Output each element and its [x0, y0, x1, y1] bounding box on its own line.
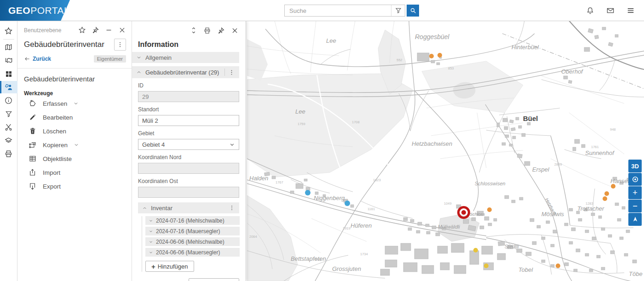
marker-orange: [556, 264, 560, 268]
panel-close-button[interactable]: [118, 26, 126, 34]
rail-layers-button[interactable]: [0, 134, 17, 147]
pencil-icon: [29, 113, 37, 121]
back-link[interactable]: Zurück: [24, 56, 51, 62]
export-icon: [29, 182, 37, 190]
place-label: Müliwäldli: [438, 224, 460, 229]
rail-feature-editor-button[interactable]: [0, 81, 17, 93]
place-label: Oberhof: [561, 68, 583, 75]
tool-label: Kopieren: [43, 142, 68, 149]
section-allgemein[interactable]: Allgemein: [132, 52, 239, 63]
svg-text:1708: 1708: [352, 120, 360, 124]
section-inventar[interactable]: Inventar: [138, 202, 239, 213]
standort-field[interactable]: [138, 115, 239, 126]
print-icon: [203, 27, 211, 34]
chevron-down-icon: [73, 101, 79, 106]
rail-info-button[interactable]: [0, 94, 17, 107]
fit-height-button[interactable]: [190, 27, 197, 34]
tool-label: Löschen: [43, 128, 66, 135]
main-menu-button[interactable]: [625, 5, 636, 16]
map-controls: 3D + −: [628, 160, 642, 226]
gebiet-select[interactable]: Gebiet 4: [138, 139, 239, 150]
info-pin-button[interactable]: [217, 27, 225, 34]
place-label: Lee: [295, 108, 305, 115]
panel-pin-button[interactable]: [92, 26, 99, 34]
map-area: 552 853 1759 1708 948 1761 2899 1767 182…: [247, 21, 644, 281]
inventar-entry[interactable]: 2024-06-06 (Mehlschwalbe): [145, 237, 240, 246]
favorites-star-icon: [4, 27, 13, 35]
chevron-down-icon: [74, 142, 79, 148]
rail-print-button[interactable]: [0, 148, 17, 160]
top-bar: GEOPORTAL: [0, 0, 644, 21]
zoom-in-button[interactable]: +: [628, 186, 642, 199]
zoom-out-button[interactable]: −: [628, 200, 642, 212]
map-3d-button[interactable]: 3D: [628, 160, 642, 172]
id-label: ID: [138, 82, 239, 89]
section-options-button[interactable]: [228, 69, 235, 76]
panel-favorite-button[interactable]: [78, 26, 86, 34]
section-gebaeudebrueterinventar[interactable]: Gebäudebrüterinventar (29): [132, 66, 239, 78]
geoportal-logo[interactable]: GEOPORTAL: [0, 0, 70, 21]
tool-export[interactable]: Export: [29, 179, 126, 193]
import-icon: [29, 168, 37, 177]
tool-import[interactable]: Import: [29, 166, 126, 179]
koordinaten-ost-field: [138, 187, 239, 198]
place-label: Schlosswisen: [475, 181, 506, 186]
inventar-entry[interactable]: 2024-07-16 (Mauersegler): [145, 227, 240, 235]
locate-button[interactable]: [628, 173, 642, 186]
place-label: Hetzbachwisen: [412, 140, 452, 147]
rail-tools-button[interactable]: [0, 121, 17, 133]
tools-icon: [4, 123, 13, 132]
tools-heading: Werkzeuge: [24, 90, 126, 97]
north-arrow-button[interactable]: [628, 213, 642, 226]
tool-bearbeiten[interactable]: Bearbeiten: [29, 110, 126, 124]
layer-options-button[interactable]: [114, 39, 126, 51]
marker-blue: [305, 190, 310, 195]
place-label: Roggesbüel: [415, 33, 450, 40]
svg-text:1823: 1823: [373, 178, 381, 182]
save-button[interactable]: Speichern: [189, 278, 239, 281]
search-button[interactable]: [407, 5, 419, 17]
inventar-options-button[interactable]: [229, 205, 235, 211]
search-filter-button[interactable]: [391, 5, 405, 16]
inventar-entry[interactable]: 2024-06-06 (Mauersegler): [145, 248, 240, 257]
hamburger-icon: [626, 6, 635, 15]
close-icon: [231, 27, 239, 34]
tool-loeschen[interactable]: Löschen: [29, 124, 126, 138]
tool-objektliste[interactable]: Objektliste: [29, 152, 126, 166]
favorite-star-icon: [78, 26, 86, 34]
inventar-entry-label: 2024-07-16 (Mauersegler): [156, 228, 220, 235]
map-canvas[interactable]: 552 853 1759 1708 948 1761 2899 1767 182…: [247, 21, 644, 281]
messages-button[interactable]: [605, 5, 616, 16]
map-icon: [4, 43, 13, 52]
add-inventar-button[interactable]: + Hinzufügen: [145, 261, 194, 272]
panel-minimize-button[interactable]: [105, 26, 113, 34]
rail-apps-grid-button[interactable]: [0, 68, 17, 80]
rail-favorites-button[interactable]: [0, 25, 17, 37]
left-icon-rail: [0, 21, 17, 281]
draw-polygon-icon: [29, 99, 37, 108]
svg-text:948: 948: [610, 127, 616, 132]
divider: [224, 69, 225, 76]
layer-section-title: Gebäudebrüterinventar: [24, 75, 126, 83]
rail-filter-button[interactable]: [0, 108, 17, 120]
chevron-down-icon: [149, 240, 153, 244]
standort-label: Standort: [138, 106, 239, 113]
tool-kopieren[interactable]: Kopieren: [29, 138, 126, 152]
info-print-button[interactable]: [203, 27, 211, 34]
tool-erfassen[interactable]: Erfassen: [29, 97, 126, 110]
rail-map-collection-button[interactable]: [0, 54, 17, 67]
chevron-down-icon: [136, 55, 142, 60]
inventar-tree: 2024-07-16 (Mehlschwalbe) 2024-07-16 (Ma…: [142, 216, 240, 272]
rail-map-button[interactable]: [0, 41, 17, 53]
marker-orange: [437, 53, 442, 57]
inventar-entry[interactable]: 2024-07-16 (Mehlschwalbe): [145, 216, 240, 225]
place-label: Grossjuten: [332, 265, 361, 272]
info-panel-window-icons: [190, 27, 239, 34]
info-close-button[interactable]: [231, 27, 239, 34]
notifications-button[interactable]: [585, 5, 596, 16]
gebiet-label: Gebiet: [138, 130, 239, 137]
owner-badge: Eigentümer: [94, 55, 126, 63]
search-input[interactable]: [285, 5, 391, 16]
layer-panel: Benutzerebene Gebäudebrüterinventar Zurü…: [17, 21, 132, 281]
chevron-down-icon: [149, 250, 153, 255]
